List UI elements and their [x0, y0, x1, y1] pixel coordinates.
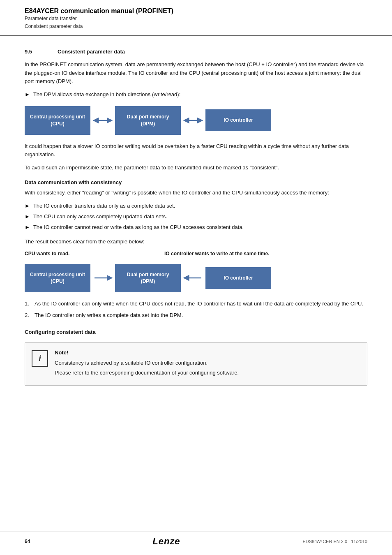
bullet-item-2: ► The IO controller transfers data only … — [25, 202, 367, 210]
note-content: Note! Consistency is achieved by a suita… — [55, 349, 239, 379]
bullet-text-4: The IO controller cannot read or write d… — [33, 223, 244, 231]
double-arrow-icon — [92, 114, 113, 127]
config-heading: Configuring consistent data — [25, 329, 367, 335]
diagram1-arrow2 — [181, 114, 205, 127]
footer-page-number: 64 — [25, 539, 30, 544]
section-heading: 9.5 Consistent parameter data — [25, 49, 367, 55]
numbered-text-2: The IO controller only writes a complete… — [35, 311, 183, 319]
diagram2-box3: IO controller — [205, 267, 271, 289]
bullet-text-1: The DPM allows data exchange in both dir… — [33, 90, 180, 99]
diagram2-box1: Central processing unit (CPU) — [25, 264, 90, 293]
right-arrow-icon — [92, 272, 113, 284]
diagram2-labels: CPU wants to read. IO controller wants t… — [25, 251, 367, 257]
diagram1-box1: Central processing unit (CPU) — [25, 106, 90, 135]
section-title: Consistent parameter data — [58, 49, 125, 55]
bullet-arrow-4: ► — [25, 223, 30, 231]
consistency-intro: With consistency, either "reading" or "w… — [25, 189, 367, 197]
page-footer: 64 Lenze EDS84AYCER EN 2.0 · 11/2010 — [0, 532, 392, 547]
bullet-arrow-3: ► — [25, 213, 30, 221]
diagram-1: Central processing unit (CPU) Dual port … — [25, 106, 367, 135]
footer-logo: Lenze — [152, 536, 180, 547]
numbered-text-1: As the IO controller can only write when… — [35, 300, 363, 308]
page-header: E84AYCER communication manual (PROFINET)… — [0, 0, 392, 36]
bullet-item-1: ► The DPM allows data exchange in both d… — [25, 90, 367, 99]
note-line2: Please refer to the corresponding docume… — [55, 369, 239, 377]
diagram1-box2: Dual port memory (DPM) — [115, 106, 181, 135]
left-arrow-icon — [183, 272, 203, 284]
diagram1-arrow1 — [90, 114, 115, 127]
diagram2-label-left: CPU wants to read. — [25, 251, 140, 257]
num-2: 2. — [25, 311, 32, 319]
subheading: Data communication with consistency — [25, 179, 367, 185]
breadcrumb-line2: Consistent parameter data — [25, 23, 367, 30]
diagram2-arrow1 — [90, 272, 115, 284]
diagram-2: Central processing unit (CPU) Dual port … — [25, 264, 367, 293]
bullet-text-3: The CPU can only access completely updat… — [33, 213, 167, 221]
diagram2-box2: Dual port memory (DPM) — [115, 264, 181, 293]
diagram2-label-right: IO controller wants to write at the same… — [164, 251, 288, 257]
num-1: 1. — [25, 300, 32, 308]
example-intro: The result becomes clear from the exampl… — [25, 238, 367, 246]
intro-paragraph: In the PROFINET communication system, da… — [25, 60, 367, 85]
bullet-arrow-icon: ► — [25, 90, 30, 99]
bullet-arrow-2: ► — [25, 202, 30, 210]
section-number: 9.5 — [25, 49, 41, 55]
breadcrumb-line1: Parameter data transfer — [25, 15, 367, 23]
para2: It could happen that a slower IO control… — [25, 142, 367, 159]
double-arrow-icon-2 — [183, 114, 203, 127]
para3: To avoid such an impermissible state, th… — [25, 164, 367, 172]
bullet-item-4: ► The IO controller cannot read or write… — [25, 223, 367, 231]
diagram2-arrow2 — [181, 272, 205, 284]
note-icon: i — [32, 350, 48, 367]
main-content: 9.5 Consistent parameter data In the PRO… — [0, 36, 392, 418]
note-title: Note! — [55, 349, 239, 356]
note-line1: Consistency is achieved by a suitable IO… — [55, 359, 239, 367]
page-title: E84AYCER communication manual (PROFINET) — [25, 7, 367, 15]
bullet-text-2: The IO controller transfers data only as… — [33, 202, 175, 210]
numbered-item-1: 1. As the IO controller can only write w… — [25, 300, 367, 308]
footer-doc-ref: EDS84AYCER EN 2.0 · 11/2010 — [302, 539, 367, 544]
diagram1-box3: IO controller — [205, 109, 271, 131]
bullet-item-3: ► The CPU can only access completely upd… — [25, 213, 367, 221]
note-box: i Note! Consistency is achieved by a sui… — [25, 342, 367, 386]
numbered-item-2: 2. The IO controller only writes a compl… — [25, 311, 367, 319]
